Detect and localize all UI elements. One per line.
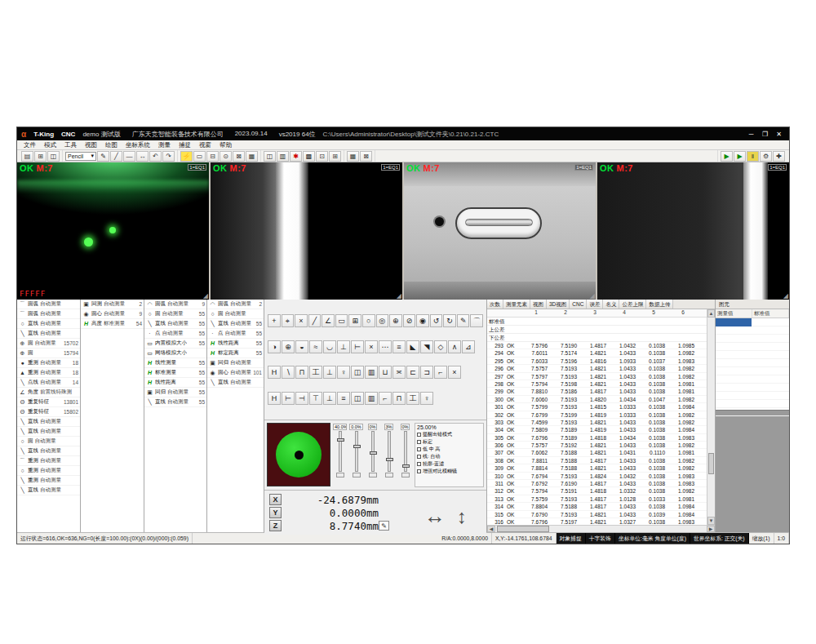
measure-tool-button[interactable]: 工 bbox=[309, 366, 322, 379]
results-tab[interactable]: 名义 bbox=[603, 300, 619, 309]
table-row[interactable]: 315OK7.67907.51931.48211.04330.10391.098… bbox=[487, 511, 707, 518]
measure-tool-button[interactable]: ↺ bbox=[430, 314, 443, 327]
line-tool-button[interactable]: ╱ bbox=[110, 151, 122, 162]
table-row[interactable]: 305OK7.67967.51891.48181.04340.10381.098… bbox=[487, 434, 707, 442]
option-row[interactable]: 轮廓-蓝滤 bbox=[417, 460, 481, 468]
list-item[interactable]: ○圆自动测量55 bbox=[144, 309, 206, 319]
measure-tool-button[interactable]: ≡ bbox=[337, 392, 350, 405]
channel-toggle[interactable] bbox=[401, 473, 410, 477]
checkbox-icon[interactable] bbox=[417, 447, 421, 451]
ring-light-indicator[interactable] bbox=[267, 423, 330, 486]
measure-tool-button[interactable]: ⊥ bbox=[323, 366, 336, 379]
measure-tool-button[interactable]: ≡ bbox=[392, 340, 406, 353]
results-tab[interactable]: 3D视图 bbox=[547, 300, 570, 309]
table-row[interactable]: 299OK7.88107.51861.48171.04330.10381.098… bbox=[487, 388, 707, 395]
slider-thumb[interactable] bbox=[370, 451, 377, 455]
measure-tool-button[interactable]: × bbox=[448, 366, 461, 379]
measure-tool-button[interactable]: ⊿ bbox=[462, 340, 475, 353]
channel-slider[interactable] bbox=[388, 431, 391, 472]
scroll-thumb[interactable] bbox=[708, 453, 714, 474]
table-row[interactable]: 293OK7.57967.51901.48171.04320.10381.098… bbox=[487, 342, 707, 349]
list-item[interactable]: ◉圆心自动测量9 bbox=[81, 309, 144, 319]
menu-item[interactable]: 模式 bbox=[40, 141, 60, 149]
measure-tool-button[interactable]: ◡ bbox=[323, 340, 336, 353]
measure-tool-button[interactable]: ⊔ bbox=[379, 366, 392, 379]
option-row[interactable]: 增强对比模糊镜 bbox=[417, 468, 481, 475]
measure-tool-button[interactable]: ⊐ bbox=[420, 366, 433, 379]
list-item[interactable]: H高度标准测量54 bbox=[81, 319, 144, 329]
results-tab[interactable]: 测量元素 bbox=[503, 300, 530, 309]
element-row[interactable] bbox=[716, 335, 789, 343]
element-row[interactable] bbox=[716, 351, 789, 359]
measure-tool-button[interactable]: ⊞ bbox=[348, 314, 361, 327]
element-row[interactable] bbox=[716, 375, 789, 384]
grid-view-button[interactable]: ▦ bbox=[246, 151, 258, 162]
scroll-right-icon[interactable]: ▶ bbox=[707, 526, 715, 532]
list-item[interactable]: ·点自动测量55 bbox=[144, 329, 206, 339]
measure-tool-button[interactable]: ▥ bbox=[365, 392, 378, 405]
measure-tool-button[interactable]: ♀ bbox=[420, 392, 433, 405]
table-row[interactable]: 297OK7.57977.51931.48211.04330.10381.098… bbox=[487, 373, 707, 380]
slider-thumb[interactable] bbox=[402, 464, 410, 468]
table-row[interactable]: 300OK7.60607.51931.48201.04340.10471.098… bbox=[487, 396, 707, 403]
list-item[interactable]: ╲直线自动测量55 bbox=[207, 319, 264, 329]
table-row[interactable]: 306OK7.57577.51921.48211.04330.10381.098… bbox=[487, 442, 707, 449]
list-item[interactable]: ╲直线自动测量 bbox=[207, 378, 264, 388]
list-item[interactable]: ╲直线自动测量 bbox=[17, 427, 80, 437]
list-item[interactable]: Θ重复特征15802 bbox=[17, 407, 80, 417]
light-control-button[interactable]: ⚡ bbox=[180, 151, 193, 162]
tile-view-button[interactable]: ⊞ bbox=[329, 151, 341, 162]
camera-view-2[interactable]: OKM:7 1=EQ1 ◢ bbox=[211, 162, 402, 300]
list-item[interactable]: ╲重测自动测量 bbox=[17, 476, 80, 486]
measure-tool-button[interactable]: ✎ bbox=[457, 314, 470, 327]
results-tab[interactable]: 视图 bbox=[530, 300, 547, 309]
menu-item[interactable]: 文件 bbox=[20, 141, 40, 149]
run-program-button[interactable]: ▶ bbox=[721, 151, 733, 162]
measure-tool-button[interactable]: ⊥ bbox=[337, 340, 350, 353]
measure-tool-button[interactable]: ⊤ bbox=[309, 392, 322, 405]
table-row[interactable]: 312OK7.57947.51911.48181.03320.10381.098… bbox=[487, 487, 707, 495]
close-view-button[interactable]: ⊠ bbox=[233, 151, 245, 162]
measure-tool-button[interactable]: ◉ bbox=[416, 314, 429, 327]
camera-view-4[interactable]: OKM:7 1=EQ1 ◢ bbox=[597, 162, 789, 300]
measure-tool-button[interactable]: ♀ bbox=[337, 366, 350, 379]
table-row[interactable]: 307OK7.60627.51881.48211.04310.11101.098… bbox=[487, 449, 707, 456]
settings-button[interactable]: ⚙ bbox=[760, 151, 772, 162]
channel-slider[interactable] bbox=[339, 431, 342, 472]
slider-thumb[interactable] bbox=[386, 458, 393, 461]
measure-tool-button[interactable]: ▥ bbox=[365, 366, 378, 379]
measure-tool-button[interactable]: ∠ bbox=[322, 314, 335, 327]
list-item[interactable]: ·点自动测量55 bbox=[207, 329, 264, 339]
measure-tool-button[interactable]: ⌒ bbox=[470, 314, 483, 327]
table-horizontal-scrollbar[interactable]: ◀ ▶ bbox=[487, 525, 715, 532]
edit-coordinate-button[interactable]: ✎ bbox=[379, 521, 389, 531]
table-row[interactable]: 314OK7.88047.51881.48171.04330.10381.098… bbox=[487, 503, 707, 510]
roi-tool-button[interactable]: ⊡ bbox=[316, 151, 328, 162]
element-row[interactable] bbox=[716, 384, 789, 392]
scroll-down-icon[interactable]: ▼ bbox=[707, 517, 715, 525]
element-row[interactable] bbox=[716, 359, 789, 367]
measure-tool-button[interactable]: ◇ bbox=[434, 340, 447, 353]
menu-item[interactable]: 坐标系统 bbox=[122, 141, 154, 149]
measure-tool-button[interactable]: ⊣ bbox=[295, 392, 308, 405]
save-file-button[interactable]: ◫ bbox=[47, 151, 60, 162]
channel-toggle[interactable] bbox=[369, 473, 377, 477]
list-item[interactable]: ◠圆弧自动测量9 bbox=[144, 300, 206, 309]
layout-tool-button[interactable]: ▥ bbox=[277, 151, 289, 162]
list-item[interactable]: ∠角度前置线特殊测 bbox=[17, 388, 80, 398]
pen-style-combo[interactable]: Pencil▾ bbox=[65, 152, 96, 161]
option-row[interactable]: 标定 bbox=[417, 438, 481, 446]
list-item[interactable]: ╲点线自动测量14 bbox=[17, 378, 80, 388]
measure-tool-button[interactable]: ⊘ bbox=[403, 314, 416, 327]
list-item[interactable]: ●重测自动测量18 bbox=[17, 358, 80, 368]
table-row[interactable]: 298OK7.57947.51981.48211.04330.10381.098… bbox=[487, 380, 707, 388]
checkbox-icon[interactable] bbox=[417, 455, 421, 459]
channel-toggle[interactable] bbox=[336, 473, 344, 477]
list-item[interactable]: ○重测自动测量 bbox=[17, 466, 80, 476]
step-run-button[interactable]: ▶ bbox=[734, 151, 746, 162]
zoom-tool-button[interactable]: ⊙ bbox=[220, 151, 232, 162]
measure-tool-button[interactable]: 工 bbox=[406, 392, 419, 405]
measure-tool-button[interactable]: ⊢ bbox=[282, 392, 295, 405]
list-item[interactable]: ○圆自动测量 bbox=[207, 309, 264, 319]
measure-tool-button[interactable]: ◎ bbox=[376, 314, 389, 327]
